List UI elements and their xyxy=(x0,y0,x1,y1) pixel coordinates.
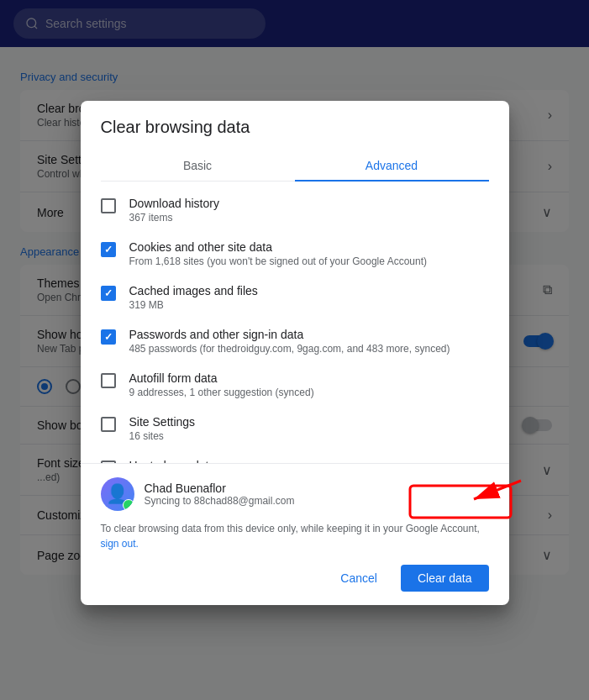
whatsapp-icon xyxy=(125,502,132,508)
checkbox-autofill[interactable]: Autofill form data 9 addresses, 1 other … xyxy=(81,363,509,407)
autofill-label: Autofill form data xyxy=(129,371,314,385)
checkbox-cached[interactable]: Cached images and files 319 MB xyxy=(81,276,509,319)
svg-point-2 xyxy=(125,502,132,508)
dialog-body[interactable]: Download history 367 items Cookies and o… xyxy=(81,182,509,463)
checkbox-site-settings-box[interactable] xyxy=(101,417,116,432)
dialog-header: Clear browsing data Basic Advanced xyxy=(81,101,509,182)
avatar-badge xyxy=(123,499,134,511)
passwords-sublabel: 485 passwords (for thedroidguy.com, 9gag… xyxy=(129,343,450,355)
tab-basic[interactable]: Basic xyxy=(101,150,295,181)
dialog-title: Clear browsing data xyxy=(101,118,489,137)
checkbox-passwords[interactable]: Passwords and other sign-in data 485 pas… xyxy=(81,319,509,363)
clear-browsing-dialog: Clear browsing data Basic Advanced Downl… xyxy=(81,101,509,605)
dialog-footer: 👤 Chad Buenaflor Syncing to 88chad88@gma… xyxy=(81,463,509,605)
site-settings-dialog-sublabel: 16 sites xyxy=(129,430,196,442)
user-sync-text: Syncing to 88chad88@gmail.com xyxy=(145,495,295,507)
dialog-note: To clear browsing data from this device … xyxy=(101,521,489,551)
checkbox-download-history-box[interactable] xyxy=(101,198,116,213)
dialog-note-text: To clear browsing data from this device … xyxy=(101,523,480,534)
dialog-user-row: 👤 Chad Buenaflor Syncing to 88chad88@gma… xyxy=(101,477,489,511)
autofill-sublabel: 9 addresses, 1 other suggestion (synced) xyxy=(129,387,314,398)
checkbox-download-history[interactable]: Download history 367 items xyxy=(81,188,509,232)
modal-overlay[interactable]: Clear browsing data Basic Advanced Downl… xyxy=(0,0,589,700)
user-name: Chad Buenaflor xyxy=(145,482,295,495)
checkbox-cookies-box[interactable] xyxy=(101,242,116,257)
checkbox-hosted-app[interactable]: Hosted app data xyxy=(81,450,509,463)
cached-sublabel: 319 MB xyxy=(129,299,258,311)
sign-out-link[interactable]: sign out. xyxy=(101,538,139,550)
clear-data-button[interactable]: Clear data xyxy=(401,565,489,592)
cached-label: Cached images and files xyxy=(129,284,258,297)
dialog-tabs: Basic Advanced xyxy=(101,150,489,182)
site-settings-dialog-label: Site Settings xyxy=(129,415,196,429)
cookies-sublabel: From 1,618 sites (you won't be signed ou… xyxy=(129,255,428,267)
user-info: Chad Buenaflor Syncing to 88chad88@gmail… xyxy=(145,482,295,507)
avatar: 👤 xyxy=(101,477,134,511)
passwords-label: Passwords and other sign-in data xyxy=(129,328,450,341)
checkbox-site-settings[interactable]: Site Settings 16 sites xyxy=(81,407,509,450)
checkbox-cookies[interactable]: Cookies and other site data From 1,618 s… xyxy=(81,232,509,276)
dialog-actions: Cancel Clear data xyxy=(101,565,489,592)
checkbox-autofill-box[interactable] xyxy=(101,373,116,388)
cancel-button[interactable]: Cancel xyxy=(323,565,394,592)
tab-advanced[interactable]: Advanced xyxy=(295,150,489,181)
checkbox-cached-box[interactable] xyxy=(101,286,116,301)
cookies-label: Cookies and other site data xyxy=(129,240,428,254)
download-history-label: Download history xyxy=(129,197,219,210)
download-history-sublabel: 367 items xyxy=(129,212,219,224)
checkbox-passwords-box[interactable] xyxy=(101,329,116,345)
